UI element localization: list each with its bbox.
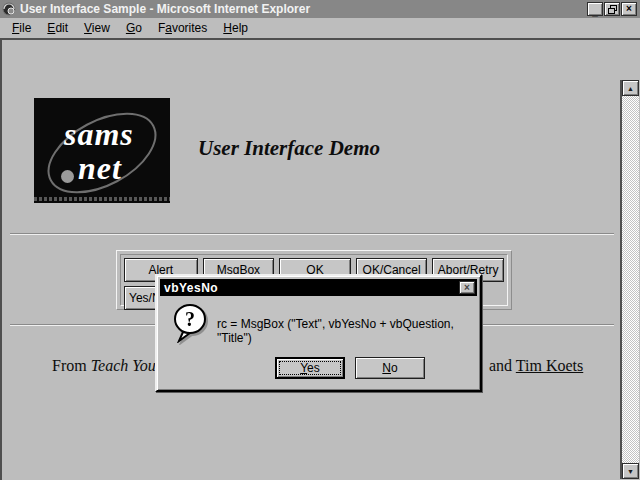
restore-button[interactable]: [604, 2, 620, 16]
page-title: User Interface Demo: [198, 136, 380, 161]
arrow-up-icon: ▲: [627, 85, 634, 92]
question-balloon-icon: ?: [171, 303, 209, 347]
menubar: File Edit View Go Favorites Help: [0, 18, 640, 38]
menu-go[interactable]: Go: [118, 21, 150, 35]
dialog-titlebar[interactable]: vbYesNo ×: [160, 279, 477, 296]
logo-dot-icon: [61, 170, 74, 183]
ie-globe-icon: [2, 2, 16, 16]
dialog-message: rc = MsgBox ("Text", vbYesNo + vbQuestio…: [217, 317, 474, 345]
restore-icon: [608, 5, 617, 14]
menu-file[interactable]: File: [4, 21, 39, 35]
dialog-title: vbYesNo: [160, 281, 459, 295]
minimize-button[interactable]: _: [587, 2, 603, 16]
menu-favorites[interactable]: Favorites: [150, 21, 215, 35]
close-button[interactable]: ×: [621, 2, 637, 16]
svg-text:?: ?: [185, 308, 195, 330]
credit-text-left: From Teach You: [52, 357, 156, 375]
menu-edit[interactable]: Edit: [39, 21, 76, 35]
book-title-fragment: Teach You: [91, 357, 156, 374]
scroll-up-button[interactable]: ▲: [622, 80, 639, 96]
horizontal-rule-top: [10, 233, 614, 235]
menu-help[interactable]: Help: [215, 21, 256, 35]
vbyesno-dialog: vbYesNo × ? rc = MsgBox ("Text", vbYesNo…: [155, 274, 482, 392]
logo-dither-strip: [34, 197, 170, 201]
dialog-close-button[interactable]: ×: [459, 281, 475, 294]
samsnet-logo: sams net: [34, 98, 170, 203]
scroll-down-button[interactable]: ▼: [622, 463, 639, 479]
page-content: sams net User Interface Demo Alert MsgBo…: [0, 38, 640, 480]
tim-koets-link[interactable]: Tim Koets: [516, 357, 583, 374]
vertical-scrollbar[interactable]: ▲ ▼: [620, 80, 639, 479]
window-title: User Interface Sample - Microsoft Intern…: [20, 0, 587, 18]
titlebar[interactable]: User Interface Sample - Microsoft Intern…: [0, 0, 640, 18]
arrow-down-icon: ▼: [627, 468, 634, 475]
yes-button[interactable]: Yes: [275, 357, 345, 379]
no-button[interactable]: No: [355, 357, 425, 379]
browser-window: User Interface Sample - Microsoft Intern…: [0, 0, 640, 480]
logo-text-net: net: [78, 150, 122, 187]
credit-text-right: and Tim Koets: [489, 357, 583, 375]
menu-view[interactable]: View: [76, 21, 118, 35]
logo-text-sams: sams: [64, 116, 134, 153]
